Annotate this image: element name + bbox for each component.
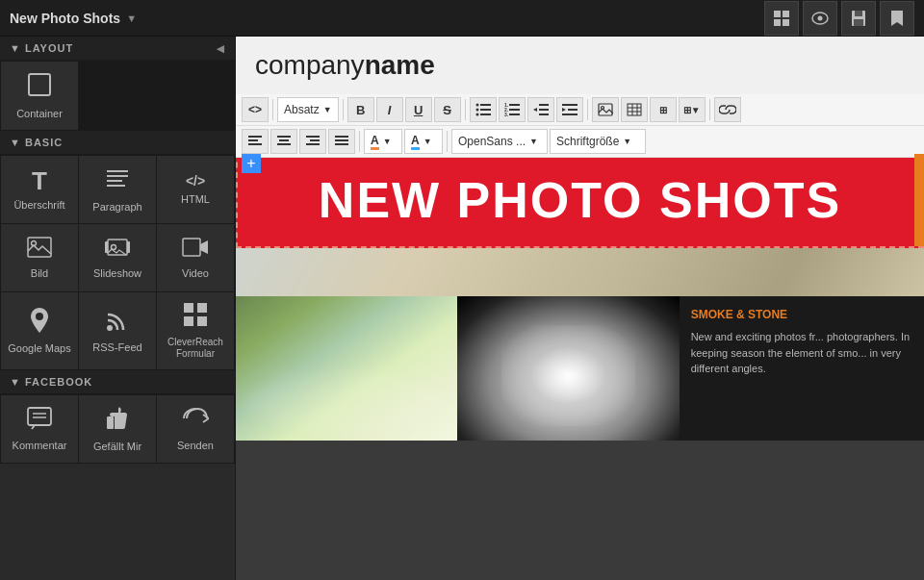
toolbar-row1: <> Absatz ▼ B I U S: [236, 94, 924, 126]
image-1: [236, 296, 457, 441]
topbar-title-area[interactable]: New Photo Shots ▼: [10, 11, 137, 26]
svg-text:3.: 3.: [504, 112, 509, 116]
sidebar-item-container[interactable]: Container: [1, 62, 78, 130]
svg-rect-48: [562, 113, 578, 115]
ordered-list-button[interactable]: 1. 2. 3.: [499, 97, 526, 122]
sidebar-item-rssfeed[interactable]: RSS-Feed: [79, 292, 156, 369]
sidebar-item-kommentar[interactable]: Kommentar: [1, 395, 78, 463]
svg-rect-60: [279, 139, 289, 141]
svg-rect-40: [509, 109, 520, 111]
main-layout: ▼ LAYOUT ◀ Container ▼ BASIC T Überschri…: [0, 37, 924, 580]
section-header-layout[interactable]: ▼ LAYOUT ◀: [0, 37, 235, 61]
svg-rect-13: [107, 185, 125, 187]
insert-table-button[interactable]: [621, 97, 648, 122]
html-label: HTML: [181, 193, 210, 206]
save-button[interactable]: [841, 1, 876, 36]
font-family-dropdown[interactable]: OpenSans ... ▼: [451, 129, 548, 154]
font-size-dropdown[interactable]: Schriftgröße ▼: [550, 129, 646, 154]
align-left-button[interactable]: [242, 129, 269, 154]
svg-rect-8: [854, 19, 863, 26]
sidebar-item-cleverreach[interactable]: CleverReachFormular: [157, 292, 234, 369]
justify-button[interactable]: [328, 129, 355, 154]
sidebar-item-gefaelltmir[interactable]: Gefällt Mir: [79, 395, 156, 463]
svg-rect-67: [335, 143, 348, 145]
sidebar-item-html[interactable]: </> HTML: [157, 156, 234, 223]
bg-color-dropdown[interactable]: A ▼: [404, 129, 443, 154]
text-banner[interactable]: NEW PHOTO SHOTS: [236, 152, 924, 248]
insert-table-dropdown[interactable]: ⊞▼: [679, 97, 706, 122]
strikethrough-button[interactable]: S: [434, 97, 461, 122]
sidebar-item-paragraph[interactable]: Paragraph: [79, 156, 156, 223]
sidebar: ▼ LAYOUT ◀ Container ▼ BASIC T Überschri…: [0, 37, 236, 580]
svg-rect-63: [310, 139, 320, 141]
indent-button[interactable]: [556, 97, 583, 122]
separator4: [587, 99, 588, 120]
outdent-button[interactable]: [527, 97, 554, 122]
basic-grid: T Überschrift Paragraph </> HTML: [0, 155, 235, 370]
bold-button[interactable]: B: [347, 97, 374, 122]
sidebar-item-bild[interactable]: Bild: [1, 224, 78, 291]
kommentar-label: Kommentar: [13, 440, 67, 452]
align-center-button[interactable]: [270, 129, 297, 154]
bookmark-button[interactable]: [880, 1, 914, 36]
googlemaps-label: Google Maps: [8, 342, 70, 355]
align-right-button[interactable]: [299, 129, 326, 154]
insert-image-button[interactable]: [592, 97, 619, 122]
cleverreach-icon: [183, 302, 208, 331]
resize-handle-right[interactable]: [914, 154, 924, 246]
video-icon: [182, 237, 209, 262]
sidebar-item-ueberschrift[interactable]: T Überschrift: [1, 156, 78, 223]
editor-toolbar-container: <> Absatz ▼ B I U S: [236, 94, 924, 158]
svg-rect-24: [197, 303, 207, 313]
sidebar-item-googlemaps[interactable]: Google Maps: [1, 292, 78, 369]
sidebar-item-slideshow[interactable]: Slideshow: [79, 224, 156, 291]
svg-rect-61: [277, 143, 291, 145]
font-family-arrow: ▼: [529, 137, 538, 146]
section-body: New and exciting photos fr... photograph…: [691, 329, 912, 377]
section-header-basic[interactable]: ▼ BASIC: [0, 131, 235, 155]
svg-rect-46: [562, 104, 578, 106]
svg-rect-58: [248, 143, 262, 145]
svg-rect-44: [539, 109, 549, 111]
insert-link-button[interactable]: [714, 97, 741, 122]
hero-image-area: <> Absatz ▼ B I U S: [236, 94, 924, 296]
senden-icon: [182, 407, 209, 434]
grid-view-button[interactable]: [764, 1, 799, 36]
bg-color-a: A: [411, 134, 420, 150]
paragraph-icon: [105, 166, 130, 195]
bg-color-arrow: ▼: [424, 137, 432, 146]
rssfeed-label: RSS-Feed: [92, 341, 141, 354]
svg-rect-43: [539, 104, 549, 106]
underline-button[interactable]: U: [405, 97, 432, 122]
title-arrow: ▼: [126, 13, 137, 24]
rssfeed-icon: [106, 309, 129, 336]
svg-rect-0: [774, 11, 781, 17]
code-toggle-button[interactable]: <>: [242, 97, 269, 122]
paragraph-dropdown[interactable]: Absatz ▼: [277, 97, 339, 122]
text-color-dropdown[interactable]: A ▼: [364, 129, 402, 154]
gefaelltmir-icon: [105, 406, 130, 435]
svg-point-33: [475, 109, 478, 112]
svg-rect-34: [480, 109, 491, 111]
svg-rect-12: [107, 180, 122, 182]
preview-button[interactable]: [803, 1, 837, 36]
slideshow-label: Slideshow: [93, 267, 141, 280]
section-title: SMOKE & STONE: [691, 308, 912, 321]
sidebar-item-video[interactable]: Video: [157, 224, 234, 291]
italic-button[interactable]: I: [376, 97, 403, 122]
image-3-text: SMOKE & STONE New and exciting photos fr…: [680, 296, 924, 441]
add-element-handle[interactable]: +: [242, 154, 261, 173]
svg-point-21: [36, 313, 43, 320]
svg-rect-17: [105, 241, 108, 253]
bild-icon: [27, 237, 52, 262]
separator5: [709, 99, 710, 120]
section-header-facebook[interactable]: ▼ FACEBOOK: [0, 370, 235, 394]
svg-point-5: [818, 15, 823, 20]
sidebar-item-senden[interactable]: Senden: [157, 395, 234, 463]
collapse-icon-layout[interactable]: ◀: [217, 43, 225, 54]
company-name-bold: name: [365, 50, 435, 80]
unordered-list-button[interactable]: [470, 97, 497, 122]
insert-table2-button[interactable]: ⊞: [650, 97, 677, 122]
ueberschrift-label: Überschrift: [13, 199, 64, 212]
svg-rect-57: [248, 139, 258, 141]
